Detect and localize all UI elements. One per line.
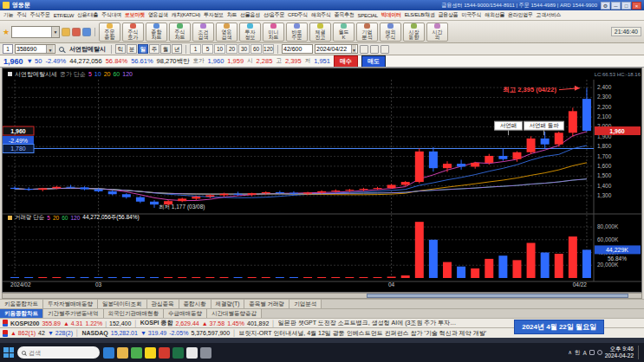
period-button-월[interactable]: 월 <box>160 44 171 54</box>
menu-item[interactable]: 종목추천 <box>333 11 356 19</box>
toolbar-button-영웅검색[interactable]: 영웅검색 <box>216 23 237 42</box>
menu-item[interactable]: 해외주식 <box>309 11 333 19</box>
edit-icon[interactable] <box>72 28 81 36</box>
interval-button-10[interactable]: 10 <box>214 44 225 54</box>
window-tab[interactable]: 투자자별매매동향 <box>43 300 98 308</box>
favorites-icon[interactable]: ★ <box>3 28 10 36</box>
interval-button-60[interactable]: 60 <box>250 44 262 54</box>
menu-item[interactable]: 빅데이터 <box>380 11 403 19</box>
ime-indicator[interactable]: 한 <box>575 349 581 357</box>
buy-button[interactable]: 매수 <box>334 55 358 68</box>
menu-item[interactable]: SPECIAL <box>356 13 380 18</box>
window-tab[interactable]: 종합시황 <box>179 300 211 308</box>
toolbar-button-조건검색[interactable]: 조건검색 <box>192 23 214 42</box>
stock-code-input[interactable] <box>16 46 46 52</box>
search-icon[interactable] <box>59 47 64 52</box>
taskbar-search-input[interactable] <box>29 350 89 356</box>
period-button-틱[interactable]: 틱 <box>115 44 126 54</box>
interval-button-120[interactable]: 120 <box>263 44 274 54</box>
index-name[interactable]: KOSPI 종합 <box>140 319 173 327</box>
close-button[interactable]: × <box>632 2 641 10</box>
toolbar-button-시장동향[interactable]: 시장동향 <box>403 23 425 42</box>
date-picker[interactable]: ▼ <box>315 44 358 54</box>
menu-item[interactable]: 차트 <box>225 11 238 19</box>
network-icon[interactable] <box>589 350 595 355</box>
bar-range-box[interactable] <box>282 44 313 54</box>
candlestick-chart[interactable]: 서연탑메탈시세 종가 단순 5102060120 거래량 단순 52060120… <box>2 68 642 293</box>
toolbar-button-월드K[interactable]: 월드K <box>333 23 355 42</box>
sell-button[interactable]: 매도 <box>361 55 386 68</box>
chevron-up-icon[interactable]: ∧ <box>568 349 572 356</box>
gear-icon[interactable] <box>381 45 389 54</box>
window-tab[interactable]: 키움종합차트 <box>0 309 43 318</box>
window-tab[interactable]: 기업분석 <box>289 300 322 308</box>
chevron-down-icon[interactable]: ▼ <box>51 27 59 37</box>
menu-item[interactable]: 캐치(KATCH) <box>170 11 202 19</box>
taskbar-search[interactable] <box>17 346 100 359</box>
index-name[interactable]: KOSPI200 <box>10 320 39 326</box>
menu-item[interactable]: 기능 <box>2 11 15 19</box>
stock-code-combo[interactable]: ▼ <box>15 44 55 54</box>
taskbar-clock[interactable]: 오후 9:46 2024-04-22 <box>605 346 634 359</box>
menu-item[interactable]: ETF/ELW <box>52 13 75 18</box>
toolbar-button-시간외[interactable]: 시간외 <box>426 23 448 42</box>
window-tab[interactable]: 일봉데이터조회 <box>98 300 147 308</box>
window-tab[interactable]: 키움종합차트 <box>0 300 43 308</box>
interval-button-20[interactable]: 20 <box>226 44 237 54</box>
taskbar-app-settings[interactable] <box>200 347 211 359</box>
taskbar-app-kakaotalk[interactable] <box>145 347 156 359</box>
toolbar-button-해외주식[interactable]: 해외주식 <box>380 23 401 42</box>
print-icon[interactable] <box>82 28 91 36</box>
window-tab[interactable]: 관심종목 <box>147 300 179 308</box>
menu-item[interactable]: 온라인업무 <box>506 11 535 19</box>
interval-button-30[interactable]: 30 <box>238 44 250 54</box>
bar-range-input[interactable] <box>283 46 309 52</box>
window-tab[interactable]: 시간대별동향증감 <box>207 309 262 318</box>
settings-icon[interactable]: ⚙ <box>601 2 610 10</box>
lang-indicator[interactable]: A <box>582 350 586 356</box>
menu-item[interactable]: CFD주식 <box>286 11 309 19</box>
period-button-주[interactable]: 주 <box>149 44 159 54</box>
favorites-icon[interactable] <box>62 28 70 36</box>
period-button-분[interactable]: 분 <box>127 44 137 54</box>
window-tab[interactable]: 기간별주가변동내역 <box>43 309 104 318</box>
taskbar-app-notepad[interactable] <box>186 347 198 359</box>
taskbar-app-edge[interactable] <box>103 347 114 359</box>
period-button-년[interactable]: 년 <box>172 44 182 54</box>
menu-item[interactable]: 선/옵주문 <box>262 11 286 19</box>
chevron-down-icon[interactable]: ▼ <box>351 45 356 53</box>
menu-item[interactable]: 미국주식 <box>459 11 483 19</box>
menu-item[interactable]: 해외선물 <box>483 11 506 19</box>
taskbar-app-kiwoom-hts[interactable] <box>159 347 170 359</box>
window-number-tab[interactable]: 1 <box>3 44 13 54</box>
toolbar-button-체결잔고[interactable]: 체결잔고 <box>309 23 331 42</box>
window-tab[interactable]: 체결량(T) <box>211 300 245 308</box>
volume-icon[interactable] <box>597 350 602 355</box>
windows-start-button[interactable] <box>3 347 14 358</box>
menu-item[interactable]: 신용/대출 <box>75 11 100 19</box>
window-tab[interactable]: 종목별 거래량 <box>244 300 289 308</box>
toolbar-button-주식차트[interactable]: 주식차트 <box>169 23 191 42</box>
date-input[interactable] <box>316 46 351 52</box>
save-icon[interactable] <box>370 45 379 54</box>
period-button-일[interactable]: 일 <box>138 44 148 54</box>
minimize-button[interactable]: ─ <box>611 2 621 10</box>
menu-item[interactable]: 영웅검색 <box>146 11 170 19</box>
taskbar-app-excel[interactable] <box>172 347 184 359</box>
menu-item[interactable]: ELS/ELB/채권 <box>403 11 437 19</box>
toolbar-button-주식호가[interactable]: 주식호가 <box>122 23 144 42</box>
stock-search-combo[interactable]: ▼ <box>11 26 60 38</box>
toolbar-button-종합차트[interactable]: 종합차트 <box>146 23 167 42</box>
menu-item[interactable]: 선물옵션 <box>238 11 262 19</box>
chart-hscrollbar[interactable] <box>2 293 642 299</box>
scrollbar-thumb[interactable] <box>367 294 628 298</box>
menu-item[interactable]: 투자정보 <box>202 11 225 19</box>
print-icon[interactable] <box>360 45 368 54</box>
taskbar-app-chrome[interactable] <box>131 347 142 359</box>
toolbar-button-미니차트[interactable]: 미니차트 <box>263 23 284 42</box>
stock-search-input[interactable] <box>12 29 51 35</box>
toolbar-button-투자정보[interactable]: 투자정보 <box>239 23 261 42</box>
maximize-button[interactable]: □ <box>621 2 631 10</box>
window-tab[interactable]: 외국인기관매매현황 <box>104 309 165 318</box>
menu-item[interactable]: 금융상품 <box>437 11 460 19</box>
